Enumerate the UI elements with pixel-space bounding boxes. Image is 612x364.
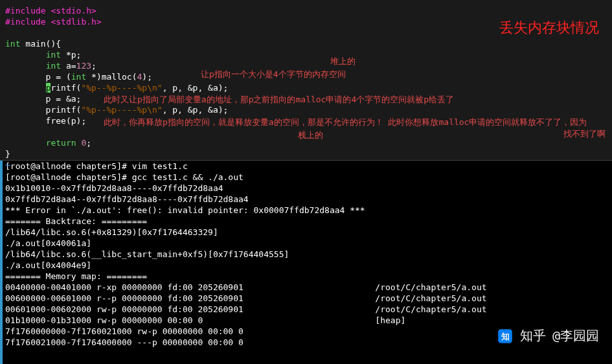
code-text: ); <box>142 72 152 82</box>
terminal-line: ./a.out[0x4004e9] <box>5 260 607 271</box>
terminal-line: 00600000-00601000 r--p 00000000 fd:00 20… <box>5 293 607 304</box>
terminal-line: 00400000-00401000 r-xp 00000000 fd:00 20… <box>5 282 607 293</box>
terminal-output: [root@allnode chapter5]# vim test1.c [ro… <box>0 161 612 348</box>
watermark: 知 知乎 @李园园 <box>497 327 599 345</box>
number: 123 <box>76 61 91 71</box>
string: "%p--%p----%p\n" <box>81 105 162 115</box>
code-text: *)malloc( <box>86 72 137 82</box>
terminal-line: 0x7ffdb72d8aa4--0x7ffdb72d8aa8----0x7ffd… <box>5 194 607 205</box>
keyword: int <box>71 72 86 82</box>
include-path: <stdio.h> <box>46 6 96 16</box>
code-text: ; <box>91 61 96 71</box>
annotation-2: 此时又让p指向了局部变量a的地址，那p之前指向的malloc申请的4个字节的空间… <box>104 94 454 106</box>
terminal-line: ======= Memory map: ======== <box>5 271 607 282</box>
string: "%p--%p----%p\n" <box>81 83 162 93</box>
code-text: *p; <box>61 50 81 60</box>
terminal-line: /lib64/libc.so.6(+0x81329)[0x7f176446332… <box>5 227 607 238</box>
terminal-line: 00601000-00602000 rw-p 00000000 fd:00 20… <box>5 304 607 315</box>
preprocessor: #include <box>5 6 46 16</box>
annotation-4: 找不到了啊 <box>563 128 606 140</box>
code-text: main(){ <box>20 39 61 49</box>
terminal-line: 01b10000-01b31000 rw-p 00000000 00:00 0 … <box>5 315 607 326</box>
terminal-line: [root@allnode chapter5]# gcc test1.c && … <box>5 172 607 183</box>
terminal-line: /lib64/libc.so.6(__libc_start_main+0xf5)… <box>5 249 607 260</box>
code-text: , p, &p, &a); <box>163 83 229 93</box>
number: 0 <box>76 138 87 148</box>
code-line: } <box>5 148 607 159</box>
code-line: int *p; <box>5 49 607 60</box>
code-text: rintf( <box>51 83 81 93</box>
annotation-stack: 栈上的 <box>298 130 323 141</box>
annotation-3: 此时，你再释放p指向的空间，就是释放变量a的空间，那是不允许的行为！ 此时你想释… <box>104 117 587 128</box>
annotation-heap: 堆上的 <box>330 56 356 67</box>
code-text: , p, &p, &a); <box>163 105 229 115</box>
svg-text:知: 知 <box>500 332 509 341</box>
watermark-brand: 知乎 <box>520 327 546 345</box>
keyword: return <box>46 138 76 148</box>
terminal-line: ./a.out[0x40061a] <box>5 238 607 249</box>
code-text: a= <box>61 61 76 71</box>
zhihu-logo-icon: 知 <box>497 328 514 345</box>
code-editor: 丢失内存块情况 #include <stdio.h> #include <std… <box>0 0 612 161</box>
code-line: int main(){ <box>5 38 607 49</box>
keyword: int <box>46 50 61 60</box>
preprocessor: #include <box>5 17 46 27</box>
terminal-line: 0x1b10010--0x7ffdb72d8aa8----0x7ffdb72d8… <box>5 183 607 194</box>
code-line: #include <stdio.h> <box>5 5 607 16</box>
code-text: printf( <box>5 105 81 115</box>
code-text: p = ( <box>5 72 71 82</box>
include-path: <stdlib.h> <box>46 17 102 27</box>
keyword: int <box>46 61 61 71</box>
code-line: printf("%p--%p----%p\n", p, &p, &a); <box>5 104 607 115</box>
terminal-line: ======= Backtrace: ========= <box>5 216 607 227</box>
title: 丢失内存块情况 <box>499 18 599 38</box>
annotation-1: 让p指向一个大小是4个字节的内存空间 <box>201 69 346 80</box>
terminal-line: *** Error in `./a.out': free(): invalid … <box>5 205 607 216</box>
code-text: ; <box>86 138 91 148</box>
keyword: int <box>5 39 20 49</box>
watermark-author: @李园园 <box>552 327 599 345</box>
vim-tilde: ~ <box>5 159 607 170</box>
code-line: printf("%p--%p----%p\n", p, &p, &a); <box>5 82 607 93</box>
